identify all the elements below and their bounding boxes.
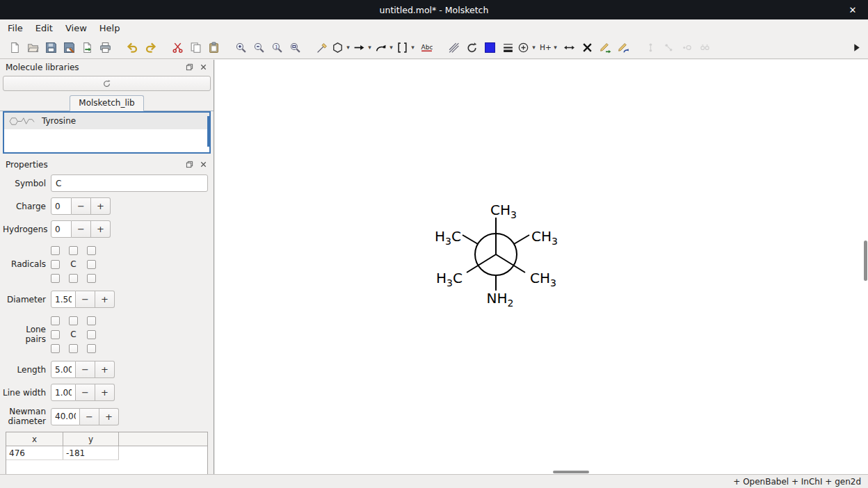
modify-tool-2-button[interactable]: [614, 38, 632, 56]
dropdown-caret-icon[interactable]: ▾: [387, 44, 395, 51]
properties-float-button[interactable]: [184, 159, 195, 170]
hydrogens-input[interactable]: [51, 220, 72, 238]
symbol-input[interactable]: [51, 174, 208, 192]
modify-tool-1-button[interactable]: [596, 38, 614, 56]
undo-button[interactable]: [123, 38, 141, 56]
charge-decrement-button[interactable]: −: [72, 197, 91, 215]
paste-button[interactable]: [204, 38, 223, 56]
vertical-scrollbar-handle[interactable]: [864, 241, 867, 281]
coordinate-y-cell[interactable]: -181: [63, 446, 119, 459]
dropdown-caret-icon[interactable]: ▾: [530, 44, 538, 51]
flip-tool-button[interactable]: [560, 38, 578, 56]
dropdown-caret-icon[interactable]: ▾: [344, 44, 352, 51]
diameter-increment-button[interactable]: +: [95, 291, 115, 308]
molecule-thumbnail-icon: [7, 115, 38, 127]
mechanism-arrow-tool-button[interactable]: ▾: [374, 38, 396, 56]
radical-checkbox[interactable]: [87, 246, 96, 255]
ring-tool-button[interactable]: ▾: [331, 38, 353, 56]
radical-checkbox[interactable]: [51, 274, 60, 283]
charge-increment-button[interactable]: +: [91, 197, 111, 215]
new-file-button[interactable]: [6, 38, 24, 56]
menu-edit[interactable]: Edit: [29, 21, 59, 35]
length-decrement-button[interactable]: −: [76, 361, 95, 378]
delete-tool-button[interactable]: [578, 38, 596, 56]
export-file-button[interactable]: [78, 38, 96, 56]
zoom-original-button[interactable]: 1: [268, 38, 286, 56]
toolbar-extension-button[interactable]: [847, 38, 865, 56]
newman-increment-button[interactable]: +: [99, 408, 119, 425]
coordinate-x-cell[interactable]: 476: [6, 446, 63, 459]
lone-pair-checkbox[interactable]: [87, 330, 96, 339]
pencil-arrow-1-icon: [599, 41, 612, 54]
hatch-tool-button[interactable]: [444, 38, 463, 56]
cut-button[interactable]: [168, 38, 186, 56]
open-file-button[interactable]: [24, 38, 42, 56]
radical-checkbox[interactable]: [69, 246, 78, 255]
lone-pair-checkbox[interactable]: [87, 344, 96, 353]
radical-checkbox[interactable]: [51, 260, 60, 269]
redo-button[interactable]: [141, 38, 159, 56]
library-refresh-button[interactable]: [3, 76, 211, 91]
menu-file[interactable]: File: [1, 21, 29, 35]
library-scrollbar-handle[interactable]: [207, 116, 209, 147]
line-width-decrement-button[interactable]: −: [76, 384, 95, 401]
rotate-tool-button[interactable]: [463, 38, 481, 56]
newman-projection-molecule[interactable]: CH3 H3C CH3 H3C CH3 NH2: [357, 150, 635, 359]
save-file-as-button[interactable]: [60, 38, 78, 56]
length-increment-button[interactable]: +: [95, 361, 115, 378]
window-close-button[interactable]: ✕: [844, 0, 861, 19]
text-tool-button[interactable]: Abc: [417, 38, 435, 56]
charge-tool-button[interactable]: ▾: [517, 38, 538, 56]
lone-pair-checkbox[interactable]: [51, 316, 60, 325]
line-width-icon: [501, 41, 515, 54]
copy-button[interactable]: [186, 38, 204, 56]
horizontal-scrollbar-handle[interactable]: [553, 471, 589, 473]
line-width-increment-button[interactable]: +: [95, 384, 115, 401]
radical-checkbox[interactable]: [51, 246, 60, 255]
delete-x-icon: [581, 41, 594, 54]
newman-diameter-input[interactable]: [51, 408, 80, 425]
circle-plus-icon: [517, 41, 530, 54]
toolbar-separator: [223, 39, 232, 56]
radical-checkbox[interactable]: [69, 274, 78, 283]
hydrogens-decrement-button[interactable]: −: [72, 220, 91, 238]
dropdown-caret-icon[interactable]: ▾: [409, 44, 417, 51]
diameter-input[interactable]: [51, 291, 76, 308]
radical-checkbox[interactable]: [87, 274, 96, 283]
line-width-tool-button[interactable]: [499, 38, 517, 56]
menu-help[interactable]: Help: [93, 21, 127, 35]
lone-pair-checkbox[interactable]: [51, 330, 60, 339]
frame-tool-button[interactable]: ▾: [396, 38, 417, 56]
reaction-arrow-tool-button[interactable]: ▾: [353, 38, 374, 56]
print-button[interactable]: [96, 38, 114, 56]
zoom-out-button[interactable]: [250, 38, 268, 56]
lone-pair-checkbox[interactable]: [87, 316, 96, 325]
newman-decrement-button[interactable]: −: [80, 408, 99, 425]
diameter-decrement-button[interactable]: −: [76, 291, 95, 308]
lone-pair-checkbox[interactable]: [69, 316, 78, 325]
drawing-canvas[interactable]: CH3 H3C CH3 H3C CH3 NH2: [215, 60, 868, 474]
dropdown-caret-icon[interactable]: ▾: [366, 44, 373, 51]
save-file-button[interactable]: [42, 38, 60, 56]
lone-pairs-label: Lone pairs: [3, 325, 46, 344]
zoom-fit-button[interactable]: [286, 38, 304, 56]
list-item-tyrosine[interactable]: Tyrosine: [4, 113, 209, 129]
libraries-close-button[interactable]: [198, 62, 209, 72]
sidebar: Molecule libraries Molsketch_lib Tyrosin…: [0, 60, 214, 474]
zoom-in-button[interactable]: [232, 38, 250, 56]
dropdown-caret-icon[interactable]: ▾: [552, 44, 559, 51]
properties-close-button[interactable]: [198, 159, 209, 170]
hydrogens-increment-button[interactable]: +: [91, 220, 111, 238]
draw-tool-button[interactable]: [313, 38, 331, 56]
radical-checkbox[interactable]: [87, 260, 96, 269]
lone-pair-checkbox[interactable]: [51, 344, 60, 353]
tab-molsketch-lib[interactable]: Molsketch_lib: [70, 95, 143, 111]
lone-pair-checkbox[interactable]: [69, 344, 78, 353]
line-width-input[interactable]: [51, 384, 76, 401]
color-picker-button[interactable]: [481, 38, 499, 56]
libraries-float-button[interactable]: [184, 62, 195, 72]
hydrogens-tool-button[interactable]: H+▾: [538, 38, 560, 56]
charge-input[interactable]: [51, 197, 72, 215]
length-input[interactable]: [51, 361, 76, 378]
menu-view[interactable]: View: [59, 21, 93, 35]
